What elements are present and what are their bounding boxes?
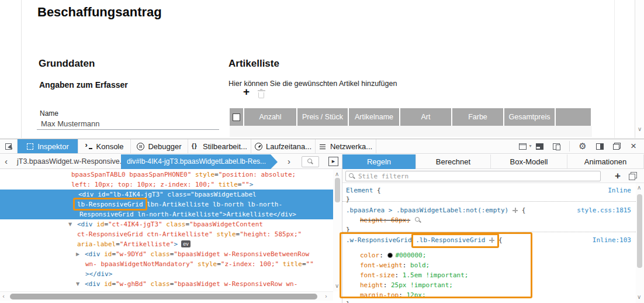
node-picker-button[interactable]: [0, 139, 18, 153]
markup-line[interactable]: <div id="lb-4IK4-jgT3" class="bpaasWidge…: [0, 190, 333, 199]
css-open-row[interactable]: .bpaasArea > .bpaasWidgetLabel:not(:empt…: [346, 206, 631, 215]
expand-pane-button[interactable]: [328, 157, 338, 166]
dock-side-button[interactable]: [595, 142, 604, 151]
markup-line[interactable]: ></div>: [0, 269, 333, 279]
highlight-element-icon[interactable]: [513, 208, 518, 213]
stylesheet-link[interactable]: Inline:103: [593, 236, 631, 245]
css-selector[interactable]: Element: [346, 187, 373, 194]
css-prop-row[interactable]: margin-top: 12px;: [360, 291, 631, 299]
markup-line[interactable]: ct-ResponsiveGrid ctn-Artikelliste" styl…: [0, 229, 333, 239]
stylesheet-link[interactable]: Inline: [608, 186, 631, 195]
devtools-tab-performance[interactable]: Laufzeitana...: [251, 139, 316, 153]
delete-article-icon[interactable]: [258, 92, 264, 98]
markup-line[interactable]: wn- bpaasWidgetNotMandatory" style="z-in…: [0, 259, 333, 269]
css-declaration[interactable]: height: 60px;: [360, 216, 410, 224]
css-prop-row[interactable]: font-weight: bold;: [360, 261, 631, 270]
breadcrumb-selected[interactable]: div#lb-4IK4-jgT3.bpaasWidgetLabel.lb-Res…: [121, 154, 271, 169]
add-article-icon[interactable]: [243, 87, 252, 97]
devtools-tab-styleeditor[interactable]: Stilbearbeit...: [188, 139, 251, 153]
table-header-column[interactable]: Art: [400, 108, 451, 126]
devtools-tab-network[interactable]: Netzwerka...: [316, 139, 376, 153]
highlight-element-icon[interactable]: [489, 237, 494, 243]
expand-arrow-icon[interactable]: ▶: [76, 252, 79, 257]
markup-line[interactable]: bpaasSpanTABL0 bpaasSpanPHONE0" style="p…: [0, 170, 333, 180]
close-button[interactable]: [629, 142, 638, 151]
property-name: color: [360, 252, 379, 259]
collapse-arrow-icon[interactable]: ▼: [76, 281, 79, 287]
markup-vertical-scrollbar[interactable]: ∧ ∨: [333, 170, 342, 291]
css-open-row[interactable]: .w-ResponsiveGrid .lb-ResponsiveGrid {In…: [346, 236, 631, 245]
markup-horizontal-scroll-thumb[interactable]: [10, 294, 317, 299]
markup-horizontal-scrollbar[interactable]: ‹ ›: [0, 291, 333, 301]
css-declaration[interactable]: margin-top: 12px;: [360, 291, 426, 299]
devtools-tab-debugger[interactable]: Debugger: [131, 139, 188, 153]
markup-line[interactable]: left: 10px; top: 10px; z-index: 100;" ti…: [0, 180, 333, 190]
page-scrollbar[interactable]: ∨: [635, 0, 644, 138]
css-open-row[interactable]: Element {Inline: [346, 186, 631, 195]
markup-scroll-right-icon[interactable]: ›: [325, 294, 327, 299]
sidebar-tab-animationen[interactable]: Animationen: [567, 154, 644, 169]
style-filter-input[interactable]: Stile filtern: [345, 171, 601, 181]
markup-vertical-scroll-thumb[interactable]: [335, 178, 340, 202]
markup-line[interactable]: ▼<div id="ct-4IK4-jgT3" class="bpaasWidg…: [0, 219, 333, 229]
markup-line[interactable]: ▶<div id="w-9DYd" class="bpaasWidget w-R…: [0, 249, 333, 259]
breadcrumb-scroll-left-icon[interactable]: ‹: [5, 156, 8, 166]
rules-scroll-down-icon[interactable]: ∨: [637, 294, 641, 300]
collapse-arrow-icon[interactable]: ▼: [68, 222, 72, 227]
responsive-mode-icon: [553, 143, 560, 150]
frame-select-button[interactable]: [518, 142, 527, 151]
css-prop-row[interactable]: color: #000000;: [360, 251, 631, 260]
devtools-tab-inspector[interactable]: Inspektor: [18, 139, 78, 153]
close-icon: [631, 141, 636, 152]
css-prop-row[interactable]: font-size: 1.5em !important;: [360, 271, 631, 280]
table-header-column[interactable]: Farbe: [452, 108, 503, 126]
css-selector[interactable]: .w-ResponsiveGrid .lb-ResponsiveGrid: [346, 236, 485, 244]
markup-code: lb-ResponsiveGrid lbn-Artikelliste lb-no…: [77, 199, 282, 209]
event-badge[interactable]: ev: [181, 240, 191, 247]
markup-scroll-up-icon[interactable]: ∧: [335, 171, 339, 177]
search-html-button[interactable]: [302, 156, 319, 167]
settings-gear-button[interactable]: [578, 142, 587, 151]
css-close-row[interactable]: }: [346, 225, 631, 234]
css-prop-row[interactable]: height: 60px;: [360, 216, 631, 225]
responsive-mode-button[interactable]: [552, 142, 561, 151]
table-header-column[interactable]: Preis / Stück: [297, 108, 348, 126]
css-close-row[interactable]: }: [346, 195, 631, 204]
table-header-column[interactable]: Gesamtpreis: [504, 108, 555, 126]
rules-vertical-scrollbar[interactable]: ∧ ∨: [636, 183, 644, 303]
markup-scroll-left-icon[interactable]: ‹: [2, 294, 5, 299]
sidebar-tab-box-modell[interactable]: Box-Modell: [491, 154, 567, 169]
section-heading-artikelliste: Artikelliste: [228, 58, 279, 70]
split-console-button[interactable]: [535, 142, 544, 151]
sidebar-tab-berechnet[interactable]: Berechnet: [416, 154, 491, 169]
table-header-column[interactable]: Anzahl: [244, 108, 296, 126]
table-header-column[interactable]: Artikelname: [349, 108, 399, 126]
filter-overridden-icon[interactable]: [415, 217, 421, 223]
markup-line[interactable]: lb-ResponsiveGrid lbn-Artikelliste lb-no…: [0, 199, 333, 209]
breadcrumb-parent[interactable]: jT3.bpaasWidget.w-Responsive...: [17, 157, 126, 166]
markup-line[interactable]: aria-label="Artikelliste">ev: [0, 239, 333, 249]
separate-window-button[interactable]: [612, 142, 621, 151]
breadcrumb-scroll-right-icon[interactable]: ›: [288, 156, 290, 166]
rules-scroll-up-icon[interactable]: ∧: [637, 185, 641, 191]
stylesheet-link[interactable]: style.css:1815: [577, 206, 631, 215]
css-declaration[interactable]: color: #000000;: [360, 252, 426, 259]
pseudo-class-panel-icon[interactable]: [629, 172, 637, 180]
markup-line[interactable]: ▼<div id="w-ghBd" class="bpaasWidget w-R…: [0, 279, 333, 289]
css-declaration[interactable]: font-weight: bold;: [360, 261, 430, 269]
name-input[interactable]: Max Mustermann: [41, 119, 99, 128]
page-scroll-down-icon[interactable]: ∨: [638, 126, 642, 132]
rules-vertical-scroll-thumb[interactable]: [637, 194, 642, 268]
css-prop-row[interactable]: height: 25px !important;: [360, 281, 631, 290]
css-declaration[interactable]: font-size: 1.5em !important;: [360, 271, 468, 279]
css-declaration[interactable]: height: 25px !important;: [360, 281, 453, 289]
css-selector[interactable]: .bpaasArea > .bpaasWidgetLabel:not(:empt…: [346, 206, 508, 214]
css-close-row[interactable]: }: [346, 299, 631, 303]
sidebar-tab-regeln[interactable]: Regeln: [342, 154, 416, 169]
markup-line[interactable]: ResponsiveGrid ln-north-Artikelliste">Ar…: [0, 209, 333, 219]
select-all-checkbox[interactable]: [233, 113, 240, 121]
devtools-tab-console[interactable]: Konsole: [78, 139, 131, 153]
markup-scroll-down-icon[interactable]: ∨: [335, 283, 339, 289]
color-swatch[interactable]: [387, 253, 393, 258]
add-rule-button[interactable]: +: [615, 170, 621, 182]
